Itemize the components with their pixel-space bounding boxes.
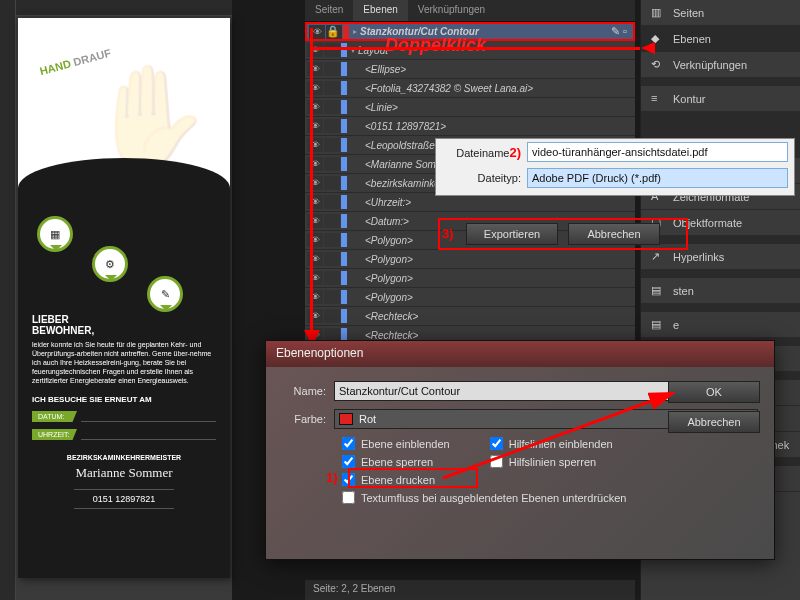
cancel-button[interactable]: Abbrechen (568, 223, 660, 245)
title-line: BEZIRKSKAMINKEHRERMEISTER (32, 454, 216, 461)
status-bar: Seite: 2, 2 Ebenen (305, 580, 635, 600)
annotation-step-3: 3) (442, 226, 454, 241)
panel-kontur[interactable]: ≡Kontur (641, 86, 800, 112)
checkbox-show-layer[interactable]: Ebene einblenden (342, 437, 450, 450)
panel-item[interactable]: ▤e (641, 312, 800, 338)
layer-item[interactable]: 👁<Polygon> (305, 269, 635, 288)
panel-verknuepfungen[interactable]: ⟲Verknüpfungen (641, 52, 800, 78)
tab-ebenen[interactable]: Ebenen (353, 0, 407, 21)
stroke-icon: ≡ (651, 92, 665, 106)
time-label: UHRZEIT: (32, 429, 77, 440)
color-swatch-icon (339, 413, 353, 425)
links-icon: ⟲ (651, 58, 665, 72)
brush-icon: ✎ (147, 276, 183, 312)
salutation: LIEBER BEWOHNER, (32, 314, 216, 336)
layer-item[interactable]: 👁<Rechteck> (305, 307, 635, 326)
chimney-icon: ▦ (37, 216, 73, 252)
checkbox-lock-layer[interactable]: Ebene sperren (342, 455, 450, 468)
checkbox-suppress-textwrap[interactable]: Textumfluss bei ausgeblendeten Ebenen un… (342, 491, 758, 504)
annotation-arrow (635, 42, 655, 54)
phone: 0151 12897821 (74, 489, 174, 509)
annotation-line (310, 47, 640, 50)
tab-seiten[interactable]: Seiten (305, 0, 353, 21)
layer-item[interactable]: 👁<0151 12897821> (305, 117, 635, 136)
checkbox-show-guides[interactable]: Hilfslinien einblenden (490, 437, 613, 450)
signature: Marianne Sommer (32, 465, 216, 481)
icon-bubbles: ▦ ⚙ ✎ (32, 216, 216, 306)
document-preview[interactable]: HAND DRAUF ▦ ⚙ ✎ LIEBER BEWOHNER, leider… (18, 18, 230, 578)
canvas-area: HAND DRAUF ▦ ⚙ ✎ LIEBER BEWOHNER, leider… (0, 0, 232, 600)
panel-seiten[interactable]: ▥Seiten (641, 0, 800, 26)
dialog-title: Ebenenoptionen (266, 341, 774, 367)
link-icon: ⚙ (92, 246, 128, 282)
layer-item[interactable]: 👁<Polygon> (305, 250, 635, 269)
export-button[interactable]: Exportieren (466, 223, 558, 245)
lock-icon[interactable]: 🔒 (326, 25, 342, 39)
layer-item[interactable]: 👁<Ellipse> (305, 60, 635, 79)
export-dialog-fragment: Dateiname2) Dateityp: (435, 138, 795, 196)
panel-item[interactable]: ▤sten (641, 278, 800, 304)
ruler-vertical (0, 0, 16, 600)
revisit-heading: ICH BESUCHE SIE ERNEUT AM (32, 395, 216, 404)
ruler-horizontal (0, 0, 232, 16)
export-buttons-highlight: Exportieren Abbrechen (438, 218, 688, 250)
date-label: DATUM: (32, 411, 77, 422)
panel-ebenen[interactable]: ◆Ebenen (641, 26, 800, 52)
tab-verknuepfungen[interactable]: Verknüpfungen (408, 0, 495, 21)
layer-item[interactable]: 👁<Linie> (305, 98, 635, 117)
annotation-line (310, 28, 313, 338)
layer-item[interactable]: 👁<Polygon> (305, 288, 635, 307)
annotation-doppelklick: Doppelklick (385, 35, 486, 56)
cancel-button[interactable]: Abbrechen (668, 411, 760, 433)
annotation-step-1: 1) (326, 470, 338, 485)
layer-item[interactable]: 👁<Fotolia_43274382 © Sweet Lana.ai> (305, 79, 635, 98)
annotation-highlight-print (348, 468, 478, 488)
filetype-select[interactable] (527, 168, 788, 188)
hyperlink-icon: ↗ (651, 250, 665, 264)
filename-input[interactable] (527, 142, 788, 162)
layer-options-dialog: Ebenenoptionen Name: Farbe: Rot▼ Ebene e… (265, 340, 775, 560)
annotation-step-2: 2) (509, 145, 521, 160)
checkbox-lock-guides[interactable]: Hilfslinien sperren (490, 455, 613, 468)
pages-icon: ▥ (651, 6, 665, 20)
body-text: leider konnte ich Sie heute für die gepl… (32, 340, 216, 385)
ok-button[interactable]: OK (668, 381, 760, 403)
pen-icon: ✎ ▫ (611, 25, 627, 38)
